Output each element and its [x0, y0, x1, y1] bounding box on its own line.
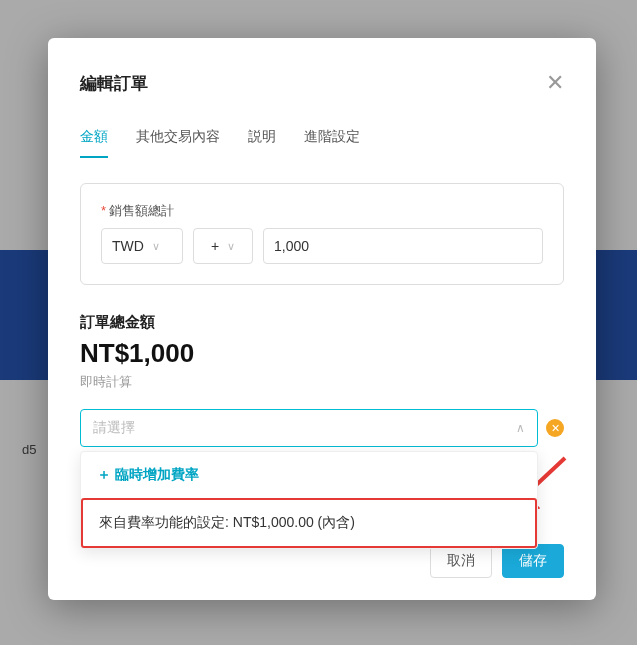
tab-bar: 金額 其他交易內容 説明 進階設定	[80, 128, 564, 159]
required-mark: *	[101, 203, 106, 218]
cancel-button[interactable]: 取消	[430, 544, 492, 578]
sales-total-label-text: 銷售額總計	[109, 203, 174, 218]
clear-icon[interactable]: ✕	[546, 419, 564, 437]
edit-order-modal: 編輯訂單 ✕ 金額 其他交易內容 説明 進階設定 *銷售額總計 TWD ∨ + …	[48, 38, 596, 600]
save-button[interactable]: 儲存	[502, 544, 564, 578]
rate-dropdown-list: ＋ 臨時增加費率 來自費率功能的設定: NT$1,000.00 (內含)	[80, 451, 538, 549]
realtime-calc-label: 即時計算	[80, 373, 564, 391]
operator-select[interactable]: + ∨	[193, 228, 253, 264]
amount-input[interactable]: 1,000	[263, 228, 543, 264]
tab-advanced[interactable]: 進階設定	[304, 128, 360, 158]
order-total-label: 訂單總金額	[80, 313, 564, 332]
tab-amount[interactable]: 金額	[80, 128, 108, 158]
modal-footer: 取消 儲存	[430, 544, 564, 578]
tab-other[interactable]: 其他交易內容	[136, 128, 220, 158]
rate-select-placeholder: 請選擇	[93, 419, 135, 437]
sales-total-label: *銷售額總計	[101, 202, 543, 220]
chevron-down-icon: ∨	[227, 240, 235, 253]
rate-select[interactable]: 請選擇 ∧	[80, 409, 538, 447]
background-truncated-text: d5	[22, 442, 36, 457]
chevron-down-icon: ∧	[516, 421, 525, 435]
close-icon[interactable]: ✕	[546, 70, 564, 96]
chevron-down-icon: ∨	[152, 240, 160, 253]
currency-value: TWD	[112, 238, 144, 254]
amount-value: 1,000	[274, 238, 309, 254]
sales-total-section: *銷售額總計 TWD ∨ + ∨ 1,000	[80, 183, 564, 285]
modal-header: 編輯訂單 ✕	[80, 70, 564, 96]
rate-dropdown-wrap: 請選擇 ∧ ✕ ＋ 臨時增加費率 來自費率功能的設定: NT$1,000.00 …	[80, 409, 564, 447]
modal-title: 編輯訂單	[80, 72, 148, 95]
rate-option-from-settings[interactable]: 來自費率功能的設定: NT$1,000.00 (內含)	[81, 498, 537, 548]
add-temp-rate-option[interactable]: ＋ 臨時增加費率	[81, 452, 537, 498]
operator-value: +	[211, 238, 219, 254]
currency-select[interactable]: TWD ∨	[101, 228, 183, 264]
tab-description[interactable]: 説明	[248, 128, 276, 158]
sales-input-row: TWD ∨ + ∨ 1,000	[101, 228, 543, 264]
order-total-amount: NT$1,000	[80, 338, 564, 369]
